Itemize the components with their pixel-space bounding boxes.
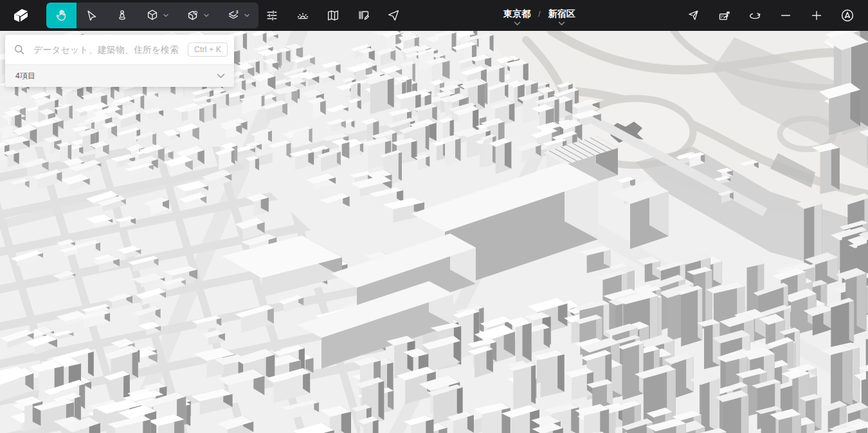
shadow-sun-button[interactable] [293,5,313,26]
chevron-down-icon [514,21,521,26]
settings-button[interactable] [262,5,282,26]
search-input[interactable] [32,44,188,55]
id-box-icon: ID [186,8,200,23]
rotate-reset-icon [748,8,762,23]
box-icon [145,8,159,23]
search-icon [13,43,26,56]
my-location-button[interactable] [682,5,705,26]
sun-shadow-icon [296,8,310,23]
zoom-in-icon [809,8,824,23]
settings-sliders-icon [265,8,279,23]
timeline-graph-icon [718,8,732,23]
hand-icon [55,8,69,23]
story-edit-button[interactable] [354,5,374,26]
prefecture-label: 東京都 [503,8,530,19]
pedestrian-view-button[interactable] [107,3,137,28]
dataset-count-row[interactable]: 4項目 [5,64,234,87]
search-panel: Ctrl + K 4項目 [5,35,234,87]
my-location-icon [686,8,700,23]
compass-icon [840,8,855,23]
zoom-in-button[interactable] [805,5,828,26]
map-catalog-button[interactable] [323,5,343,26]
shortcut-badge: Ctrl + K [188,42,228,57]
chevron-down-icon [558,21,565,26]
id-label: ID [193,10,197,15]
layers-tool-button[interactable]: 3 [218,3,258,28]
zoom-out-button[interactable] [774,5,797,26]
pan-tool-button[interactable] [46,3,77,28]
breadcrumb-separator: / [530,0,548,19]
breadcrumb-municipality[interactable]: 新宿区 [548,0,575,26]
layers-count-badge: 3 [236,10,239,14]
share-icon [386,8,401,23]
chevron-down-icon [217,73,225,78]
pedestrian-icon [115,8,129,23]
tool-group: ID 3 [46,3,258,28]
chevron-down-icon [163,12,169,19]
story-edit-icon [357,8,371,23]
dataset-count-label: 4項目 [15,71,35,82]
search-row: Ctrl + K [5,35,234,64]
app-logo[interactable] [10,6,31,25]
map-catalog-icon [326,8,340,23]
breadcrumb-prefecture[interactable]: 東京都 [503,0,530,26]
breadcrumb: 東京都 / 新宿区 [503,0,575,31]
share-button[interactable] [383,5,404,26]
zoom-out-icon [779,8,793,23]
plateau-logo-icon [10,6,31,25]
layers-icon: 3 [226,8,240,23]
topbar: ID 3 [0,0,868,31]
geometry-tool-button[interactable] [137,3,177,28]
select-tool-button[interactable] [77,3,107,28]
chevron-down-icon [203,12,210,19]
rotate-reset-button[interactable] [743,5,766,26]
id-query-tool-button[interactable]: ID [177,3,218,28]
municipality-label: 新宿区 [548,8,575,19]
timeline-graph-button[interactable] [713,5,736,26]
chevron-down-icon [244,12,250,19]
cursor-icon [85,8,99,23]
compass-button[interactable] [836,5,859,26]
